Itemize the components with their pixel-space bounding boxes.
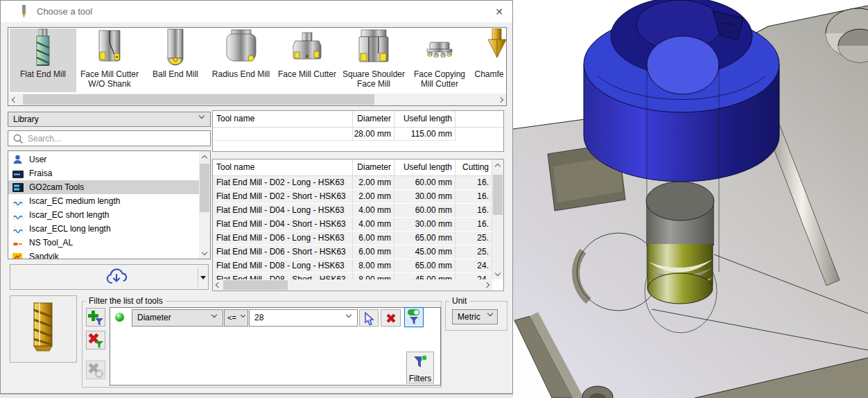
search-icon — [12, 133, 24, 145]
tools-table-hscrollbar[interactable] — [213, 279, 492, 291]
filter-group-label: Filter the list of tools — [86, 296, 166, 306]
tools-table-vscrollbar[interactable] — [492, 159, 503, 279]
cell-tool-name: Flat End Mill - D06 - Long - HSK63 — [213, 232, 353, 245]
table-row[interactable]: Flat End Mill - D02 - Short - HSK63 2.00… — [213, 190, 492, 203]
library-select[interactable]: Library — [8, 112, 211, 127]
scroll-down-icon[interactable] — [199, 248, 210, 259]
face-mill-cutter-icon — [276, 28, 338, 67]
cell-useful-length: 45.00 mm — [394, 245, 455, 259]
face-copying-mill-cutter-icon — [408, 28, 471, 67]
unit-select[interactable]: Metric — [452, 309, 498, 325]
library-item-user[interactable]: User — [8, 153, 199, 166]
library-item-iscar-ecl-long[interactable]: Iscar_ECL long length — [8, 222, 199, 236]
library-item-fraisa[interactable]: Fraisa — [8, 166, 199, 180]
cell-diameter: 2.00 mm — [353, 190, 394, 203]
table-row[interactable]: Flat End Mill - D04 - Short - HSK63 4.00… — [213, 218, 492, 231]
filter-group: Filter the list of tools — [82, 301, 442, 388]
filters-funnel-icon — [411, 354, 429, 371]
table-row[interactable]: Flat End Mill - D04 - Long - HSK63 4.00 … — [213, 204, 492, 217]
clear-filter-button-disabled[interactable] — [86, 361, 105, 379]
cad-3d-viewport[interactable] — [513, 0, 868, 398]
table-row[interactable]: Flat End Mill - D06 - Long - HSK63 6.00 … — [213, 232, 492, 245]
column-header[interactable]: Diameter — [353, 159, 394, 175]
cell-useful-length: 30.00 mm — [394, 218, 455, 231]
tool-app-icon — [19, 4, 28, 19]
tool-shank — [646, 182, 714, 245]
search-box — [8, 130, 211, 146]
tool-type-label: Ball End Mill — [143, 69, 208, 79]
table-row[interactable]: Flat End Mill - D08 - Long - HSK63 8.00 … — [213, 259, 492, 272]
add-filter-icon — [87, 309, 104, 326]
library-item-ns-tool-al[interactable]: NS Tool_AL — [8, 236, 199, 250]
tool-type-label: Face Mill Cutter W/O Shank — [76, 69, 143, 89]
tool-type-face-mill-wo-shank[interactable]: Face Mill Cutter W/O Shank — [76, 28, 143, 92]
tool-type-face-copying-mill-cutter[interactable]: Face Copying Mill Cutter — [407, 28, 472, 92]
tools-table-header[interactable]: Tool name Diameter Useful length Cutting — [213, 159, 492, 176]
table-row[interactable]: Flat End Mill - D06 - Short - HSK63 6.00… — [213, 245, 492, 259]
library-item-iscar-ec-medium[interactable]: Iscar_EC medium length — [8, 194, 199, 208]
dialog-titlebar[interactable]: Choose a tool ✕ — [1, 1, 512, 22]
scroll-left-icon[interactable] — [213, 279, 224, 291]
cell-tool-name: Flat End Mill - D02 - Long - HSK63 — [213, 176, 353, 189]
chevron-down-icon — [487, 311, 493, 316]
delete-filter-row-button[interactable] — [381, 309, 401, 327]
column-header[interactable]: Tool name — [213, 159, 353, 175]
cell-diameter: 2.00 mm — [353, 176, 394, 189]
scroll-right-icon[interactable] — [481, 279, 492, 291]
tool-type-chamfer-mill[interactable]: Chamfe — [472, 28, 506, 92]
scroll-down-icon[interactable] — [492, 268, 503, 279]
search-input[interactable] — [28, 132, 194, 145]
filter-field-select[interactable]: Diameter — [132, 309, 223, 327]
library-vscrollbar[interactable] — [199, 151, 210, 259]
filter-operator-select[interactable]: <= — [224, 309, 248, 327]
chevron-down-icon — [241, 313, 245, 318]
download-menu-arrow-icon[interactable] — [200, 276, 206, 279]
column-header: Tool name — [213, 111, 353, 127]
sandvik-logo-icon — [12, 252, 22, 259]
scroll-up-icon[interactable] — [492, 159, 503, 171]
filter-value-combo[interactable]: 28 — [249, 309, 358, 327]
library-item-sandvik[interactable]: Sandvik — [8, 250, 199, 259]
cell-useful-length: 60.00 mm — [394, 204, 455, 217]
tool-type-radius-end-mill[interactable]: Radius End Mill — [208, 28, 274, 92]
cell-useful-length: 60.00 mm — [394, 176, 455, 189]
vscroll-thumb[interactable] — [493, 175, 503, 215]
download-library-button[interactable] — [10, 264, 209, 290]
tool-type-flat-end-mill[interactable]: Flat End Mill — [10, 28, 76, 92]
hscroll-thumb[interactable] — [223, 280, 288, 290]
table-row[interactable]: Flat End Mill - D02 - Long - HSK63 2.00 … — [213, 176, 492, 189]
tools-table-rows: Flat End Mill - D02 - Long - HSK63 2.00 … — [213, 176, 492, 279]
column-header[interactable]: Cutting — [455, 159, 492, 175]
scroll-right-icon[interactable] — [495, 94, 506, 105]
selected-tool-row[interactable]: 28.00 mm 115.00 mm — [213, 128, 503, 141]
cell-tool-name: Flat End Mill - D04 - Long - HSK63 — [213, 204, 353, 217]
tool-type-square-shoulder-face-mill[interactable]: Square Shoulder Face Mill — [340, 28, 407, 92]
cell-diameter: 6.00 mm — [353, 245, 394, 259]
tool-preview — [10, 295, 77, 363]
chamfer-mill-icon — [473, 28, 506, 67]
library-item-go2cam-tools[interactable]: GO2cam Tools — [8, 180, 199, 194]
selected-tool-table-header: Tool name Diameter Useful length — [213, 111, 503, 128]
remove-filter-button[interactable] — [86, 331, 105, 349]
scroll-left-icon[interactable] — [9, 94, 20, 105]
cell-diameter: 6.00 mm — [353, 232, 394, 245]
tool-type-ball-end-mill[interactable]: Ball End Mill — [143, 28, 208, 92]
close-icon[interactable]: ✕ — [490, 3, 508, 20]
library-item-iscar-ec-short[interactable]: Iscar_EC short length — [8, 208, 199, 222]
scroll-up-icon[interactable] — [199, 151, 210, 162]
filter-list: Diameter <= 28 — [110, 307, 441, 386]
cell-cutting: 16. — [455, 218, 492, 231]
tool-type-strip: Flat End Mill Face Mill Cutter W/O Shank — [8, 27, 507, 106]
cell-tool-name: Flat End Mill - D04 - Short - HSK63 — [213, 218, 353, 231]
vscroll-thumb[interactable] — [200, 164, 209, 212]
table-row[interactable]: Flat End Mill - D08 - Short - HSK63 8.00… — [213, 273, 492, 279]
hscroll-thumb[interactable] — [23, 94, 374, 105]
pick-value-button[interactable] — [359, 309, 379, 327]
tool-type-face-mill-cutter[interactable]: Face Mill Cutter — [274, 28, 340, 92]
filters-button[interactable]: Filters — [406, 352, 434, 383]
toggle-filter-button[interactable] — [404, 307, 424, 327]
column-header[interactable]: Useful length — [394, 159, 455, 175]
tool-strip-hscrollbar[interactable] — [9, 94, 506, 105]
tool-holder — [584, 0, 779, 182]
add-filter-button[interactable] — [86, 308, 105, 327]
